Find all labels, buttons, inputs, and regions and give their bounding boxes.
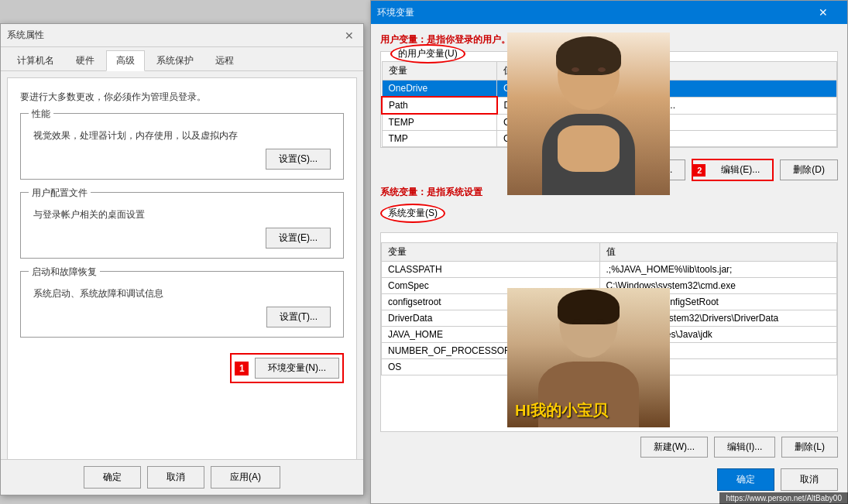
tab-computer-name[interactable]: 计算机名 [7,50,64,70]
env-vars-button[interactable]: 环境变量(N)... [255,358,339,379]
hi-label: HI我的小宝贝 [515,400,608,421]
tab-hardware[interactable]: 硬件 [66,50,105,70]
env-vars-close-button[interactable]: ✕ [805,1,841,24]
user-profile-section: 用户配置文件 与登录帐户相关的桌面设置 设置(E)... [20,192,344,259]
user-profile-settings-button[interactable]: 设置(E)... [266,228,331,249]
env-vars-footer: 确定 取消 [380,462,838,494]
sys-props-close-button[interactable]: ✕ [342,28,357,43]
user-edit-button-box[interactable]: 2 编辑(E)... [692,159,774,181]
performance-settings-button[interactable]: 设置(S)... [266,149,331,170]
sys-edit-button[interactable]: 编辑(I)... [714,437,775,458]
sys-var-name: CLASSPATH [382,262,600,278]
user-oval-label: 的用户变量(U) [390,44,465,63]
sys-new-button[interactable]: 新建(W)... [640,437,708,458]
user-var-name: Path [382,97,497,114]
startup-settings-button[interactable]: 设置(T)... [266,307,331,327]
tab-advanced[interactable]: 高级 [106,50,145,71]
user-var-name: TEMP [382,114,497,131]
env-btn-number: 1 [235,362,249,375]
env-vars-button-box[interactable]: 1 环境变量(N)... [230,353,344,383]
user-delete-button[interactable]: 删除(D) [780,159,838,180]
sys-oval-label: 系统变量(S) [380,204,445,223]
sys-props-ok-button[interactable]: 确定 [84,466,141,489]
sys-props-titlebar: 系统属性 ✕ [1,24,363,47]
sys-vars-col-var: 变量 [382,243,600,262]
sys-var-value: .;%JAVA_HOME%\lib\tools.jar; [599,262,837,278]
system-properties-window: 系统属性 ✕ 计算机名 硬件 高级 系统保护 远程 要进行大多数更改，你必须作为… [0,23,364,495]
photo-person1 [507,33,670,195]
sys-props-content: 要进行大多数更改，你必须作为管理员登录。 性能 视觉效果，处理器计划，内存使用，… [7,77,357,463]
user-var-name: TMP [382,131,497,147]
sys-delete-button[interactable]: 删除(L) [781,437,838,458]
sys-props-title: 系统属性 [7,29,342,42]
sys-vars-col-val: 值 [599,243,837,262]
warning-text: 要进行大多数更改，你必须作为管理员登录。 [20,91,344,104]
user-var-name: OneDrive [382,81,497,98]
edit-btn-number: 2 [693,164,706,177]
startup-desc: 系统启动、系统故障和调试信息 [33,287,331,300]
startup-title: 启动和故障恢复 [29,266,100,279]
sys-props-cancel-button[interactable]: 取消 [147,466,204,489]
tab-remote[interactable]: 远程 [205,50,244,70]
table-row[interactable]: CLASSPATH .;%JAVA_HOME%\lib\tools.jar; [382,262,837,278]
performance-title: 性能 [29,108,53,121]
url-bar: https://www.person.net/AltBaby00 [719,492,848,504]
env-vars-title: 环境变量 [377,6,805,19]
tab-system-protection[interactable]: 系统保护 [146,50,204,70]
performance-section: 性能 视觉效果，处理器计划，内存使用，以及虚拟内存 设置(S)... [20,113,344,180]
user-vars-col-var: 变量 [382,62,497,81]
user-profile-desc: 与登录帐户相关的桌面设置 [33,208,331,221]
env-cancel-button[interactable]: 取消 [781,468,838,491]
sys-props-apply-button[interactable]: 应用(A) [211,466,280,489]
env-vars-titlebar: 环境变量 ✕ [371,1,847,24]
startup-section: 启动和故障恢复 系统启动、系统故障和调试信息 设置(T)... [20,271,344,338]
user-profile-title: 用户配置文件 [29,187,91,200]
env-ok-button[interactable]: 确定 [717,468,774,491]
user-edit-button[interactable]: 编辑(E)... [709,160,772,180]
sys-props-footer: 确定 取消 应用(A) [1,459,363,495]
sys-var-action-buttons: 新建(W)... 编辑(I)... 删除(L) [380,432,838,462]
sys-props-tabs: 计算机名 硬件 高级 系统保护 远程 [1,47,363,71]
performance-desc: 视觉效果，处理器计划，内存使用，以及虚拟内存 [33,129,331,142]
photo-person2: HI我的小宝贝 [507,288,670,427]
